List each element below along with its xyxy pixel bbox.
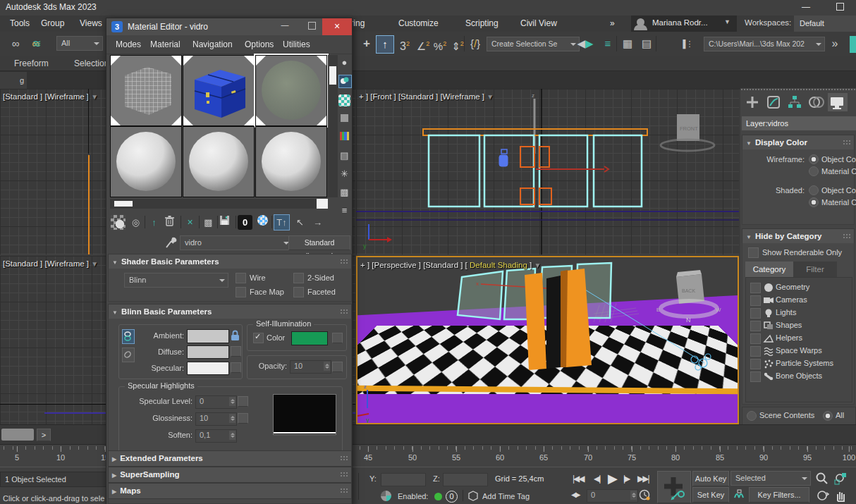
category-label[interactable]: Cameras (776, 295, 807, 304)
tab-create-icon[interactable] (743, 93, 763, 111)
named-selection-set-dropdown[interactable]: Create Selection Se (487, 37, 580, 51)
pick-material-eyedropper-icon[interactable] (164, 235, 177, 250)
backlight-icon[interactable] (338, 75, 352, 88)
specular-level-spinner[interactable]: 0 (195, 395, 237, 409)
panel-grip[interactable] (740, 88, 856, 92)
category-checkbox-shapes[interactable] (750, 321, 761, 331)
lock-ambient-diffuse-icon[interactable] (122, 329, 135, 344)
ribbon-tab-freeform[interactable]: Freeform (14, 59, 49, 68)
toggle-ribbon-icon[interactable]: ▤ (638, 35, 655, 52)
category-label[interactable]: Particle Systems (776, 359, 833, 367)
show-renderable-only-checkbox[interactable] (748, 247, 759, 258)
ambient-diffuse-padlock-icon[interactable] (231, 329, 240, 342)
tab-display-icon[interactable] (828, 93, 848, 111)
scene-contents-radio[interactable] (747, 411, 757, 421)
faceted-checkbox[interactable] (293, 287, 304, 297)
select-and-move-icon[interactable]: + (358, 35, 375, 52)
material-type-button[interactable]: Standard (Legacy) (288, 235, 350, 250)
specular-level-map-button[interactable] (238, 396, 248, 407)
pan-hand-icon[interactable] (833, 488, 848, 503)
wire-checkbox[interactable] (236, 273, 246, 283)
rollout-hide-by-category[interactable]: ▼Hide by Category (742, 228, 855, 245)
vscroll-handle[interactable] (329, 66, 336, 85)
toolbar-overflow-chevron[interactable]: » (826, 35, 843, 52)
tab-hierarchy-icon[interactable] (785, 93, 805, 111)
menu-group[interactable]: Group (41, 18, 64, 28)
glossiness-map-button[interactable] (238, 413, 248, 424)
align-icon[interactable]: ≡ (599, 35, 616, 52)
self-illum-map-button[interactable] (332, 333, 343, 343)
background-toggle-icon[interactable] (338, 94, 350, 106)
go-forward-to-sibling-icon[interactable]: → (310, 215, 325, 230)
me-menu-material[interactable]: Material (150, 39, 181, 49)
filter-funnel-icon[interactable]: ▼ (487, 93, 494, 101)
bind-to-spacewarp-icon[interactable]: ∞≋ (28, 35, 45, 52)
category-checkbox-bone-objects[interactable] (750, 371, 761, 382)
category-label[interactable]: Geometry (776, 283, 809, 291)
current-frame-field[interactable]: 0 (587, 489, 638, 503)
mini-listener[interactable] (1, 429, 34, 441)
put-material-to-scene-icon[interactable]: ◎ (128, 215, 143, 230)
category-checkbox-space-warps[interactable] (750, 346, 761, 357)
render-setup-icon[interactable] (850, 36, 856, 53)
category-label[interactable]: Lights (776, 308, 796, 316)
snaps-toggle-icon[interactable]: 32 (396, 35, 413, 52)
mirror-icon[interactable]: ◀▶ (577, 35, 594, 52)
material-options-icon[interactable]: ✳ (338, 168, 350, 180)
next-frame-icon[interactable]: |▶ (623, 474, 629, 484)
menu-customize[interactable]: Customize (398, 18, 439, 28)
menu-scripting[interactable]: Scripting (465, 18, 499, 28)
key-filters-button[interactable]: Key Filters... (749, 487, 809, 503)
opacity-map-button[interactable] (332, 362, 343, 372)
go-to-parent-icon[interactable]: ↖ (293, 215, 307, 230)
filter-funnel-icon[interactable]: ▼ (91, 260, 98, 268)
category-label[interactable]: Shapes (776, 321, 802, 329)
self-illum-color-swatch[interactable] (291, 331, 328, 345)
wireframe-material-color-radio[interactable] (809, 166, 819, 176)
time-configuration-icon[interactable] (639, 489, 651, 501)
viewport-top-label[interactable]: [Standard ] [Wireframe ] (3, 92, 89, 101)
show-map-in-viewport-icon[interactable] (255, 215, 270, 230)
zoom-extents-icon[interactable] (833, 472, 848, 486)
y-coordinate-field[interactable] (381, 473, 426, 486)
frame-step-icon[interactable]: ◀▶ (571, 491, 579, 498)
show-end-result-icon[interactable]: T↑ (274, 214, 290, 231)
rollout-display-color[interactable]: ▼Display Color (742, 135, 855, 151)
category-checkbox-particle-systems[interactable] (750, 359, 761, 369)
safe-frames-icon[interactable] (381, 491, 391, 503)
sample-vscrollbar[interactable] (328, 55, 338, 197)
sample-type-sphere-icon[interactable]: ● (338, 56, 350, 68)
z-coordinate-field[interactable] (443, 473, 488, 486)
assign-material-to-selection-icon[interactable]: ↑ (147, 215, 161, 230)
sample-slot-active-vidro[interactable] (255, 55, 327, 126)
shading-mode-dropdown[interactable]: Blinn (124, 273, 228, 288)
make-preview-icon[interactable]: ▤ (338, 149, 350, 161)
video-color-check-icon[interactable] (338, 131, 350, 143)
soften-spinner[interactable]: 0,1 (195, 429, 237, 443)
me-menu-modes[interactable]: Modes (116, 39, 141, 49)
tab-filter[interactable]: Filter (793, 262, 837, 277)
auto-key-button[interactable]: Auto Key (692, 471, 729, 486)
make-unique-icon[interactable]: ▩ (201, 215, 216, 230)
select-and-link-icon[interactable]: ∞ (7, 35, 24, 52)
category-label[interactable]: Space Warps (776, 346, 822, 355)
maximize-icon[interactable] (835, 3, 845, 13)
tab-modify-icon[interactable] (764, 93, 784, 111)
orbit-icon[interactable] (815, 488, 829, 503)
wireframe-object-color-radio[interactable] (809, 154, 819, 164)
category-label[interactable]: Bone Objects (776, 371, 822, 380)
viewport-front[interactable]: z FRONT (356, 89, 739, 254)
glossiness-spinner[interactable]: 10 (195, 412, 237, 426)
previous-frame-icon[interactable]: ◀| (594, 474, 599, 484)
toggle-layer-explorer-icon[interactable]: ▦ (619, 35, 636, 52)
reset-map-icon[interactable] (164, 215, 179, 230)
go-to-end-icon[interactable]: ▶▶| (637, 474, 649, 484)
filter-funnel-icon[interactable]: ▼ (534, 262, 541, 269)
selection-filter-dropdown[interactable]: All (56, 36, 103, 51)
minimize-icon[interactable]: — (801, 3, 811, 13)
category-checkbox-geometry[interactable] (750, 283, 761, 293)
diffuse-color-swatch[interactable] (187, 345, 229, 359)
sample-slot-sphere[interactable] (183, 126, 255, 197)
viewport-front-label[interactable]: + ] [Front ] [Standard ] [Wireframe ] (359, 92, 484, 101)
opacity-spinner[interactable]: 10 (290, 360, 331, 374)
